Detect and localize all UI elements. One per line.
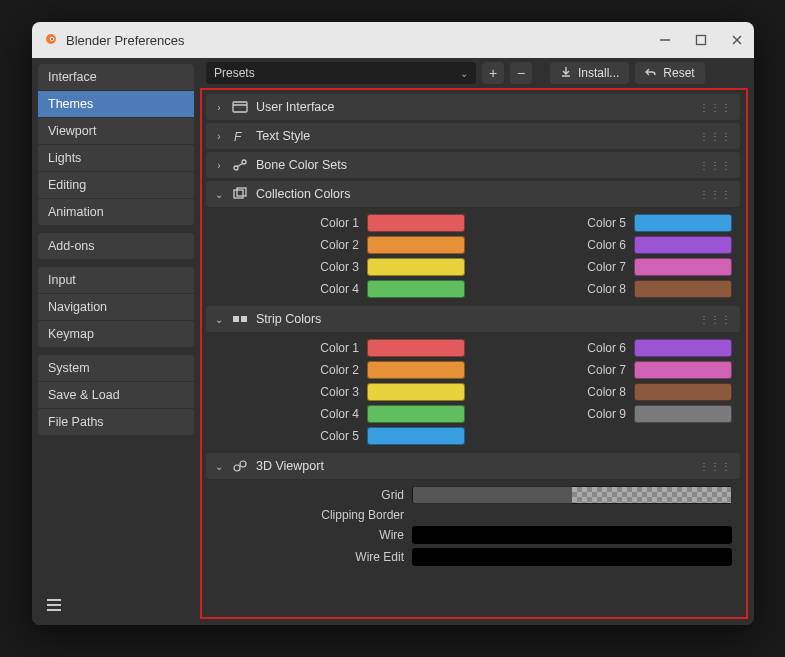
color-row: Color 7 — [481, 258, 732, 276]
color-row: Color 7 — [481, 361, 732, 379]
color-label: Color 7 — [587, 260, 626, 274]
maximize-button[interactable] — [694, 33, 708, 47]
color-swatch[interactable] — [367, 405, 465, 423]
window-title: Blender Preferences — [66, 33, 185, 48]
svg-rect-15 — [233, 316, 239, 322]
section-header-3d-viewport[interactable]: ⌄ 3D Viewport ⋮⋮⋮ — [206, 453, 740, 479]
presets-dropdown[interactable]: Presets ⌄ — [206, 62, 476, 84]
section-icon — [232, 158, 248, 172]
preset-add-button[interactable]: + — [482, 62, 504, 84]
color-swatch[interactable] — [367, 427, 465, 445]
section-label: 3D Viewport — [256, 459, 324, 473]
sidebar-item-editing[interactable]: Editing — [38, 172, 194, 199]
drag-grip-icon: ⋮⋮⋮ — [699, 314, 732, 325]
color-label: Color 4 — [320, 282, 359, 296]
color-swatch[interactable] — [367, 258, 465, 276]
color-swatch[interactable] — [634, 339, 732, 357]
color-row: Color 4 — [214, 405, 465, 423]
install-button[interactable]: Install... — [550, 62, 629, 84]
sidebar-item-animation[interactable]: Animation — [38, 199, 194, 225]
color-row: Color 1 — [214, 214, 465, 232]
section-icon — [232, 312, 248, 326]
color-swatch[interactable] — [367, 383, 465, 401]
color-row: Color 2 — [214, 361, 465, 379]
hamburger-menu-button[interactable] — [42, 593, 66, 617]
section-label: Collection Colors — [256, 187, 350, 201]
color-label: Color 6 — [587, 341, 626, 355]
color-swatch[interactable] — [634, 361, 732, 379]
viewport-color-row: Clipping Border — [234, 508, 732, 522]
color-swatch[interactable] — [367, 339, 465, 357]
svg-line-12 — [238, 164, 243, 167]
main-panel: Presets ⌄ + − Install... Reset — [200, 58, 754, 625]
section-header-collection-colors[interactable]: ⌄ Collection Colors ⋮⋮⋮ — [206, 181, 740, 207]
color-swatch[interactable] — [634, 383, 732, 401]
sidebar-item-navigation[interactable]: Navigation — [38, 294, 194, 321]
color-swatch[interactable] — [367, 361, 465, 379]
section-label: Strip Colors — [256, 312, 321, 326]
svg-rect-16 — [241, 316, 247, 322]
section-label: User Interface — [256, 100, 335, 114]
section-icon — [232, 187, 248, 201]
color-row: Color 6 — [481, 236, 732, 254]
titlebar: Blender Preferences — [32, 22, 754, 58]
chevron-right-icon: › — [214, 160, 224, 171]
color-label: Color 8 — [587, 385, 626, 399]
sidebar-item-system[interactable]: System — [38, 355, 194, 382]
sidebar-item-save-load[interactable]: Save & Load — [38, 382, 194, 409]
minimize-button[interactable] — [658, 33, 672, 47]
drag-grip-icon: ⋮⋮⋮ — [699, 131, 732, 142]
color-swatch[interactable] — [412, 486, 732, 504]
drag-grip-icon: ⋮⋮⋮ — [699, 461, 732, 472]
section-header-strip-colors[interactable]: ⌄ Strip Colors ⋮⋮⋮ — [206, 306, 740, 332]
viewport-color-label: Grid — [234, 488, 404, 502]
sidebar-item-file-paths[interactable]: File Paths — [38, 409, 194, 435]
color-swatch[interactable] — [634, 236, 732, 254]
color-row: Color 5 — [481, 214, 732, 232]
color-swatch[interactable] — [367, 280, 465, 298]
svg-rect-4 — [697, 36, 706, 45]
sidebar-item-themes[interactable]: Themes — [38, 91, 194, 118]
color-swatch[interactable] — [412, 526, 732, 544]
drag-grip-icon: ⋮⋮⋮ — [699, 160, 732, 171]
svg-rect-13 — [234, 190, 243, 198]
section-label: Bone Color Sets — [256, 158, 347, 172]
sidebar-item-add-ons[interactable]: Add-ons — [38, 233, 194, 259]
section-header-user-interface[interactable]: › User Interface ⋮⋮⋮ — [206, 94, 740, 120]
color-swatch[interactable] — [634, 258, 732, 276]
color-row: Color 2 — [214, 236, 465, 254]
sidebar-item-input[interactable]: Input — [38, 267, 194, 294]
undo-icon — [645, 66, 657, 81]
color-swatch[interactable] — [412, 548, 732, 566]
viewport-color-row: Wire — [234, 526, 732, 544]
viewport-color-row: Wire Edit — [234, 548, 732, 566]
color-row: Color 8 — [481, 383, 732, 401]
sidebar: InterfaceThemesViewportLightsEditingAnim… — [32, 58, 200, 625]
color-swatch[interactable] — [367, 214, 465, 232]
viewport-color-label: Clipping Border — [234, 508, 404, 522]
color-row: Color 5 — [214, 427, 465, 445]
section-header-text-style[interactable]: › F Text Style ⋮⋮⋮ — [206, 123, 740, 149]
sidebar-item-keymap[interactable]: Keymap — [38, 321, 194, 347]
color-swatch[interactable] — [367, 236, 465, 254]
color-swatch[interactable] — [634, 280, 732, 298]
section-icon — [232, 100, 248, 114]
close-button[interactable] — [730, 33, 744, 47]
color-label: Color 5 — [320, 429, 359, 443]
sidebar-item-viewport[interactable]: Viewport — [38, 118, 194, 145]
sidebar-item-lights[interactable]: Lights — [38, 145, 194, 172]
section-header-bone-color-sets[interactable]: › Bone Color Sets ⋮⋮⋮ — [206, 152, 740, 178]
color-swatch[interactable] — [634, 405, 732, 423]
color-label: Color 3 — [320, 260, 359, 274]
reset-button[interactable]: Reset — [635, 62, 704, 84]
svg-point-17 — [234, 465, 240, 471]
svg-point-10 — [234, 166, 238, 170]
toolbar: Presets ⌄ + − Install... Reset — [200, 58, 754, 88]
color-label: Color 9 — [587, 407, 626, 421]
preset-remove-button[interactable]: − — [510, 62, 532, 84]
color-swatch[interactable] — [634, 214, 732, 232]
color-label: Color 1 — [320, 216, 359, 230]
sidebar-item-interface[interactable]: Interface — [38, 64, 194, 91]
color-row: Color 9 — [481, 405, 732, 423]
viewport-color-row: Grid — [234, 486, 732, 504]
